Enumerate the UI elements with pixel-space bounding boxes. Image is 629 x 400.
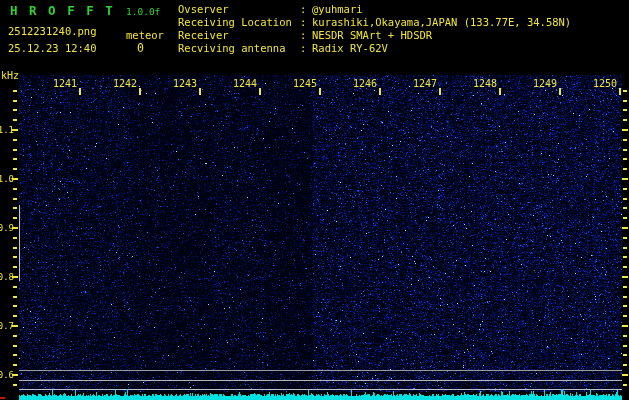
info-row: Receiving Location:kurashiki,Okayama,JAP… — [178, 16, 571, 29]
meteor-count: 0 — [137, 41, 144, 55]
time-tick — [559, 88, 561, 95]
khz-axis-label: kHz — [1, 70, 19, 81]
freq-minor-tick — [13, 237, 17, 239]
freq-minor-tick — [13, 247, 17, 249]
info-row-label: Ovserver — [178, 3, 300, 16]
info-row: Receiver:NESDR SMArt + HDSDR — [178, 29, 571, 42]
freq-minor-tick-right — [623, 296, 627, 298]
freq-minor-tick — [13, 198, 17, 200]
info-row-label: Receiving Location — [178, 16, 300, 29]
freq-minor-tick-right — [623, 237, 627, 239]
freq-minor-tick-right — [623, 217, 627, 219]
time-label: 1243 — [173, 78, 197, 89]
freq-minor-tick-right — [623, 168, 627, 170]
freq-minor-tick — [13, 149, 17, 151]
freq-minor-tick-right — [623, 286, 627, 288]
freq-minor-tick-right — [623, 198, 627, 200]
freq-minor-tick-right — [623, 315, 627, 317]
spectrogram-canvas — [0, 0, 629, 400]
freq-minor-tick-right — [623, 247, 627, 249]
freq-minor-tick — [13, 139, 17, 141]
freq-minor-tick-right — [623, 335, 627, 337]
freq-minor-tick-right — [623, 354, 627, 356]
freq-minor-tick — [13, 90, 17, 92]
freq-minor-tick — [13, 384, 17, 386]
time-label: 1248 — [473, 78, 497, 89]
time-tick — [259, 88, 261, 95]
freq-minor-tick — [13, 305, 17, 307]
freq-major-tick-right — [622, 374, 628, 376]
info-row-colon: : — [300, 42, 312, 55]
time-tick — [319, 88, 321, 95]
time-label: 1245 — [293, 78, 317, 89]
freq-minor-tick-right — [623, 256, 627, 258]
freq-major-tick-right — [622, 325, 628, 327]
info-row-label: Recviving antenna — [178, 42, 300, 55]
app-version: 1.0.0f — [126, 6, 160, 17]
freq-minor-tick — [13, 354, 17, 356]
time-tick — [619, 88, 621, 95]
freq-minor-tick-right — [623, 100, 627, 102]
freq-minor-tick — [13, 364, 17, 366]
freq-minor-tick — [13, 266, 17, 268]
hrofft-screen: H R O F F T 1.0.0f 2512231240.png meteor… — [0, 0, 629, 400]
freq-minor-tick — [13, 168, 17, 170]
freq-minor-tick-right — [623, 149, 627, 151]
info-row-colon: : — [300, 29, 312, 42]
freq-minor-tick-right — [623, 266, 627, 268]
datetime: 25.12.23 12:40 — [8, 42, 97, 54]
time-label: 1247 — [413, 78, 437, 89]
freq-minor-tick-right — [623, 345, 627, 347]
time-label: 1250 — [593, 78, 617, 89]
time-tick — [139, 88, 141, 95]
freq-major-tick — [12, 129, 18, 131]
time-tick — [499, 88, 501, 95]
freq-minor-tick — [13, 335, 17, 337]
time-tick — [199, 88, 201, 95]
freq-minor-tick — [13, 256, 17, 258]
freq-minor-tick-right — [623, 119, 627, 121]
freq-minor-tick — [13, 207, 17, 209]
output-filename: 2512231240.png — [8, 25, 97, 37]
freq-major-tick — [12, 276, 18, 278]
freq-minor-tick-right — [623, 384, 627, 386]
observer-info-block: Ovserver:@yuhmariReceiving Location:kura… — [178, 3, 571, 55]
app-title: H R O F F T — [10, 3, 115, 18]
freq-major-tick-right — [622, 178, 628, 180]
freq-major-tick — [12, 374, 18, 376]
freq-minor-tick — [13, 286, 17, 288]
freq-minor-tick — [13, 217, 17, 219]
freq-minor-tick-right — [623, 109, 627, 111]
freq-major-tick — [12, 227, 18, 229]
freq-major-tick-right — [622, 227, 628, 229]
info-row: Ovserver:@yuhmari — [178, 3, 571, 16]
freq-minor-tick — [13, 315, 17, 317]
freq-minor-tick — [13, 109, 17, 111]
time-tick — [79, 88, 81, 95]
freq-minor-tick-right — [623, 158, 627, 160]
info-row-value: kurashiki,Okayama,JAPAN (133.77E, 34.58N… — [312, 16, 571, 29]
meteor-label: meteor — [126, 29, 164, 41]
info-row-colon: : — [300, 3, 312, 16]
time-tick — [439, 88, 441, 95]
info-row-colon: : — [300, 16, 312, 29]
freq-major-tick — [12, 178, 18, 180]
time-label: 1246 — [353, 78, 377, 89]
info-row-value: @yuhmari — [312, 3, 363, 16]
time-label: 1249 — [533, 78, 557, 89]
time-label: 1244 — [233, 78, 257, 89]
info-row-value: Radix RY-62V — [312, 42, 388, 55]
freq-minor-tick-right — [623, 90, 627, 92]
time-tick — [379, 88, 381, 95]
freq-minor-tick — [13, 345, 17, 347]
freq-minor-tick-right — [623, 139, 627, 141]
freq-minor-tick — [13, 100, 17, 102]
freq-major-tick-right — [622, 129, 628, 131]
freq-minor-tick — [13, 119, 17, 121]
freq-minor-tick-right — [623, 364, 627, 366]
freq-minor-tick-right — [623, 188, 627, 190]
freq-minor-tick — [13, 296, 17, 298]
freq-minor-tick-right — [623, 207, 627, 209]
time-label: 1241 — [53, 78, 77, 89]
info-row-value: NESDR SMArt + HDSDR — [312, 29, 432, 42]
